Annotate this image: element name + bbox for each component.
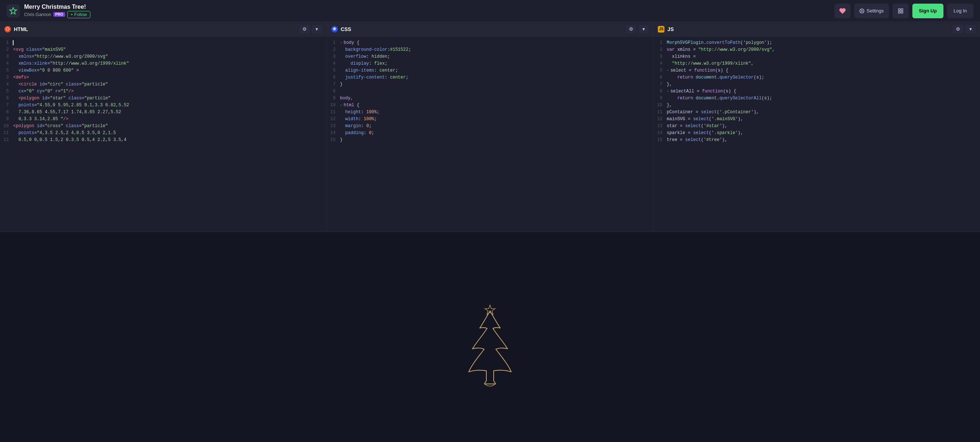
table-row: 7 } [327,81,654,88]
table-row: 3 xmlns="http://www.w3.org/2000/svg" [0,53,326,60]
table-row: 8 [327,88,654,95]
svg-marker-0 [10,7,16,14]
js-label: JS [667,26,674,32]
html-label: HTML [14,26,28,32]
table-row: 8 7.36,8.65 4.55,7.17 1.74,8.65 2.27,5.5… [0,109,326,116]
table-row: 11 height: 100%; [327,109,654,116]
css-panel-title: ✳ CSS [331,26,352,33]
table-row: 5 ▾select = function(s) { [654,67,980,74]
nav-right: Settings Sign Up Log In [834,4,974,18]
table-row: 13 star = select('#star'), [654,123,980,130]
css-panel: ✳ CSS ⚙ ▾ 1 ▾body { 2 background-color:#… [327,22,654,231]
html-panel: ⬡ HTML ⚙ ▾ 1 2 <svg class="mainSVG" 3 [0,22,327,231]
js-code-area[interactable]: 1 MorphSVGPlugin.convertToPath('polygon'… [654,36,980,231]
html-dot: ⬡ [5,26,11,33]
table-row: 9 0,3.3 3.14,2.85 "/> [0,116,326,123]
table-row: 12 0.5,0 0,0.5 1.5,2 0.3.5 0.5,4 2.2,5 3… [0,136,326,144]
table-row: 4 display: flex; [327,60,654,67]
table-row: 11 points="4,3.5 2.5,2 4,0.5 3.5,0 2,1.5 [0,130,326,136]
table-row: 7 }, [654,81,980,88]
author-name: Chris Gannon [24,12,51,17]
table-row: 3 <defs> [0,74,326,81]
table-row: 6 <polygon id="star" class="particle" [0,95,326,102]
svg-rect-4 [899,11,900,13]
table-row: 9 body, [327,95,654,102]
css-label: CSS [341,26,352,32]
css-expand-btn[interactable]: ▾ [638,25,649,33]
css-code-area[interactable]: 1 ▾body { 2 background-color:#151522; 3 … [327,36,654,231]
table-row: 1 ▾body { [327,40,654,46]
css-panel-controls: ⚙ ▾ [626,25,649,33]
html-expand-btn[interactable]: ▾ [312,25,322,33]
table-row: 2 background-color:#151522; [327,46,654,53]
heart-button[interactable] [834,4,851,18]
table-row: 10 }, [654,102,980,109]
table-row: 6 return document.querySelector(s); [654,74,980,81]
settings-label: Settings [867,8,884,14]
svg-rect-3 [901,9,903,11]
editors: ⬡ HTML ⚙ ▾ 1 2 <svg class="mainSVG" 3 [0,22,980,232]
table-row: 3 xlinkns = [654,53,980,60]
project-title: Merry Christmas Tree! [24,4,90,10]
table-row: 2 <svg class="mainSVG" [0,46,326,53]
author-row: Chris Gannon PRO + Follow [24,11,90,18]
signup-button[interactable]: Sign Up [912,4,943,18]
pro-badge: PRO [53,12,65,17]
table-row: 15 tree = select('#tree'), [654,136,980,144]
svg-rect-2 [899,9,900,11]
christmas-tree-svg [450,301,530,396]
table-row: 8 ▾selectAll = function(s) { [654,88,980,95]
html-panel-header: ⬡ HTML ⚙ ▾ [0,22,326,36]
table-row: 4 <circle id="circ" class="particle" [0,81,326,88]
table-row: 15 } [327,136,654,144]
login-button[interactable]: Log In [947,4,974,18]
table-row: 12 mainSVG = select('.mainSVG'), [654,116,980,123]
js-panel-controls: ⚙ ▾ [953,25,975,33]
layout-button[interactable] [892,4,909,18]
table-row: 11 pContainer = select('.pContainer'), [654,109,980,116]
tree-container [0,232,980,442]
js-dot: JS [658,26,664,33]
table-row: 12 width: 100%; [327,116,654,123]
svg-marker-6 [485,305,495,315]
topbar: Merry Christmas Tree! Chris Gannon PRO +… [0,0,980,22]
js-expand-btn[interactable]: ▾ [966,25,975,33]
table-row: 5 cx="0" cy="0" r="1"/> [0,88,326,95]
css-settings-btn[interactable]: ⚙ [626,25,636,33]
table-row: 13 margin: 0; [327,123,654,130]
css-panel-header: ✳ CSS ⚙ ▾ [327,22,654,36]
table-row: 4 xmlns:xlink="http://www.w3.org/1999/xl… [0,60,326,67]
settings-button[interactable]: Settings [854,4,889,18]
js-panel: JS JS ⚙ ▾ 1 MorphSVGPlugin.convertToPath… [654,22,980,231]
follow-button[interactable]: + Follow [67,11,90,18]
table-row: 14 padding: 0; [327,130,654,136]
svg-rect-5 [901,11,903,13]
table-row: 4 "http://www.w3.org/1999/xlink", [654,60,980,67]
table-row: 1 MorphSVGPlugin.convertToPath('polygon'… [654,40,980,46]
table-row: 7 points="4.55,0 5.95,2.85 9.1,3.3 6.82,… [0,102,326,109]
table-row: 9 return document.querySelectorAll(s); [654,95,980,102]
html-code-area[interactable]: 1 2 <svg class="mainSVG" 3 xmlns="http:/… [0,36,326,231]
table-row: 1 [0,40,326,46]
logo [6,5,20,17]
js-settings-btn[interactable]: ⚙ [953,25,963,33]
html-panel-title: ⬡ HTML [5,26,28,33]
table-row: 5 viewBox="0 0 800 600" > [0,67,326,74]
table-row: 3 overflow: hidden; [327,53,654,60]
table-row: 2 var xmlns = "http://www.w3.org/2000/sv… [654,46,980,53]
svg-point-1 [861,10,862,12]
table-row: 6 justify-content: center; [327,74,654,81]
js-panel-title: JS JS [658,26,674,33]
table-row: 10 ▾html { [327,102,654,109]
preview-panel [0,232,980,442]
css-dot: ✳ [331,26,338,33]
table-row: 10 <polygon id="cross" class="particle" [0,123,326,130]
table-row: 5 align-items: center; [327,67,654,74]
html-panel-controls: ⚙ ▾ [299,25,322,33]
title-area: Merry Christmas Tree! Chris Gannon PRO +… [24,4,90,18]
table-row: 14 sparkle = select('.sparkle'), [654,130,980,136]
js-panel-header: JS JS ⚙ ▾ [654,22,980,36]
html-settings-btn[interactable]: ⚙ [299,25,310,33]
